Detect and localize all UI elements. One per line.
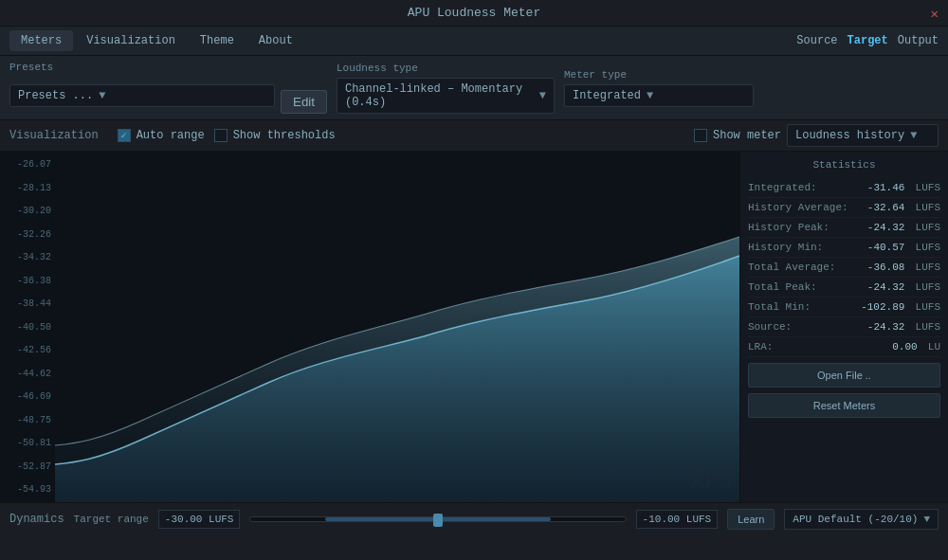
auto-range-toggle: Auto range	[118, 129, 205, 142]
loudness-arrow-icon: ▼	[539, 89, 546, 102]
stat-name-0: Integrated:	[748, 182, 817, 193]
show-thresholds-label[interactable]: Show thresholds	[233, 129, 336, 142]
history-value: Loudness history	[795, 129, 904, 142]
stat-name-2: History Peak:	[748, 222, 830, 233]
y-label-12: -50.81	[4, 438, 51, 448]
stat-row-4: Total Average: -36.08 LUFS	[748, 258, 940, 278]
viz-row: Visualization Auto range Show thresholds…	[0, 120, 948, 152]
menu-item-theme[interactable]: Theme	[189, 30, 246, 51]
auto-range-checkbox[interactable]	[118, 129, 131, 142]
stats-title: Statistics	[748, 159, 940, 171]
stat-value-3: -40.57 LUFS	[867, 241, 940, 254]
output-link[interactable]: Output	[898, 34, 939, 47]
stat-value-5: -24.32 LUFS	[867, 280, 940, 294]
stat-name-7: Source:	[748, 321, 792, 333]
stats-panel: Statistics Integrated: -31.46 LUFS Histo…	[739, 152, 948, 502]
y-label-13: -52.87	[4, 461, 51, 472]
stat-row-1: History Average: -32.64 LUFS	[748, 198, 940, 218]
menu-item-meters[interactable]: Meters	[9, 30, 73, 51]
stat-value-0: -31.46 LUFS	[867, 181, 940, 194]
y-label-0: -26.07	[4, 159, 51, 170]
show-thresholds-checkbox[interactable]	[214, 129, 228, 142]
loudness-type-select[interactable]: Channel-linked – Momentary (0.4s) ▼	[337, 78, 555, 114]
y-label-6: -38.44	[4, 298, 51, 309]
presets-arrow-icon: ▼	[99, 89, 105, 102]
stat-name-4: Total Average:	[748, 262, 835, 273]
dynamics-slider[interactable]	[249, 516, 626, 522]
presets-select[interactable]: Presets ... ▼	[9, 84, 275, 107]
stat-value-6: -102.89 LUFS	[861, 300, 940, 314]
loudness-type-group: Loudness type Channel-linked – Momentary…	[337, 63, 555, 114]
stat-name-8: LRA:	[748, 341, 773, 352]
y-label-5: -36.38	[4, 276, 51, 286]
history-select[interactable]: Loudness history ▼	[787, 124, 939, 147]
y-label-4: -34.32	[4, 252, 51, 262]
show-meter-checkbox[interactable]	[694, 129, 707, 142]
stat-name-1: History Average:	[748, 202, 848, 213]
open-file-button[interactable]: Open File ..	[748, 363, 940, 388]
controls-row: Presets Presets ... ▼ Edit Loudness type…	[0, 56, 948, 120]
y-axis: -26.07 -28.13 -30.20 -32.26 -34.32 -36.3…	[0, 152, 55, 502]
stat-name-3: History Min:	[748, 242, 823, 253]
y-label-7: -40.50	[4, 322, 51, 333]
source-link[interactable]: Source	[796, 34, 837, 47]
y-label-10: -46.69	[4, 391, 51, 402]
meter-arrow-icon: ▼	[647, 89, 653, 102]
stat-value-8: 0.00 LU	[892, 340, 940, 353]
stat-row-3: History Min: -40.57 LUFS	[748, 238, 940, 258]
meter-type-label: Meter type	[564, 69, 754, 81]
stat-row-5: Total Peak: -24.32 LUFS	[748, 278, 940, 298]
stat-row-6: Total Min: -102.89 LUFS	[748, 298, 940, 317]
stat-name-6: Total Min:	[748, 301, 811, 313]
dynamics-row: Dynamics Target range -30.00 LUFS -10.00…	[0, 502, 948, 535]
reset-meters-button[interactable]: Reset Meters	[748, 393, 940, 418]
show-thresholds-toggle: Show thresholds	[214, 129, 336, 142]
title-bar: APU Loudness Meter ✕	[0, 0, 948, 27]
max-lufs-value: -10.00 LUFS	[636, 510, 719, 529]
dynamics-preset-arrow-icon: ▼	[923, 514, 930, 525]
min-lufs-value: -30.00 LUFS	[158, 510, 241, 529]
stats-rows: Integrated: -31.46 LUFS History Average:…	[748, 178, 940, 357]
stat-value-4: -36.08 LUFS	[867, 261, 940, 274]
stat-name-5: Total Peak:	[748, 281, 817, 293]
target-range-label: Target range	[74, 514, 149, 525]
show-meter-toggle: Show meter	[694, 129, 781, 142]
learn-button[interactable]: Learn	[727, 509, 775, 530]
chart-canvas: APU	[55, 152, 739, 502]
slider-thumb[interactable]	[433, 514, 443, 527]
app-title: APU Loudness Meter	[408, 6, 540, 20]
loudness-type-value: Channel-linked – Momentary (0.4s)	[345, 82, 534, 109]
loudness-type-label: Loudness type	[337, 63, 555, 74]
presets-value: Presets ...	[18, 89, 93, 102]
loudness-chart	[55, 152, 739, 502]
source-target-group: Source Target Output	[796, 34, 939, 47]
menu-bar: Meters Visualization Theme About Source …	[0, 27, 948, 56]
y-label-14: -54.93	[4, 484, 51, 495]
presets-group: Presets Presets ... ▼ Edit	[9, 62, 327, 114]
menu-item-visualization[interactable]: Visualization	[75, 30, 187, 51]
meter-type-select[interactable]: Integrated ▼	[564, 84, 754, 107]
stat-value-2: -24.32 LUFS	[867, 221, 940, 234]
auto-range-label[interactable]: Auto range	[137, 129, 205, 142]
stat-row-7: Source: -24.32 LUFS	[748, 317, 940, 337]
dynamics-preset-select[interactable]: APU Default (-20/10) ▼	[784, 509, 939, 530]
target-link[interactable]: Target	[848, 34, 888, 47]
presets-label: Presets	[9, 62, 327, 73]
edit-button[interactable]: Edit	[281, 90, 327, 114]
chart-area: -26.07 -28.13 -30.20 -32.26 -34.32 -36.3…	[0, 152, 739, 502]
y-label-9: -44.62	[4, 369, 51, 379]
y-label-1: -28.13	[4, 183, 51, 193]
y-label-3: -32.26	[4, 229, 51, 240]
history-arrow-icon: ▼	[910, 129, 917, 142]
show-meter-label[interactable]: Show meter	[713, 129, 781, 142]
close-button[interactable]: ✕	[931, 6, 939, 22]
meter-type-value: Integrated	[573, 89, 641, 102]
meter-type-group: Meter type Integrated ▼	[564, 69, 754, 107]
y-label-8: -42.56	[4, 345, 51, 355]
dynamics-preset-value: APU Default (-20/10)	[793, 514, 918, 525]
stat-row-8: LRA: 0.00 LU	[748, 337, 940, 357]
menu-item-about[interactable]: About	[247, 30, 304, 51]
main-area: -26.07 -28.13 -30.20 -32.26 -34.32 -36.3…	[0, 152, 948, 502]
viz-right: Show meter Loudness history ▼	[694, 124, 939, 147]
stat-value-1: -32.64 LUFS	[867, 201, 940, 214]
